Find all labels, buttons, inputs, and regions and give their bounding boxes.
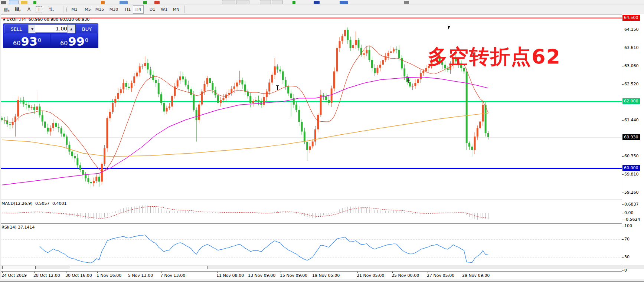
time-tick	[217, 272, 218, 273]
timeframe-button-mn[interactable]: MN	[171, 5, 182, 14]
axis-tick	[622, 193, 624, 193]
price-axis-badge: 64.500	[622, 15, 640, 21]
rsi-axis-label: 70	[624, 237, 630, 242]
time-label: 27 Nov 05:00	[427, 273, 454, 278]
toolbar-icon-fragment[interactable]	[292, 1, 295, 4]
textbox-icon[interactable]: T	[36, 6, 42, 13]
arrange-icon[interactable]: ⇅▾	[48, 6, 55, 13]
time-tick	[97, 272, 98, 273]
price-axis[interactable]: 64.15063.61063.06062.52061.44060.35059.8…	[622, 14, 644, 272]
time-label: 1 Nov 16:00	[97, 273, 121, 278]
timeframe-button-h4[interactable]: H4	[133, 5, 144, 14]
one-click-trading-panel: SELL ▼ 1.00 ▲ BUY 60 93 0 60 99 0	[3, 23, 98, 48]
time-label: 29 Nov 09:00	[462, 273, 490, 278]
buy-button[interactable]: BUY	[76, 24, 98, 33]
sell-price[interactable]: 60 93 0	[4, 34, 50, 48]
timeframe-button-m30[interactable]: M30	[108, 5, 119, 14]
rsi-pane[interactable]	[0, 224, 622, 271]
macd-label: MACD(12,26,9) -0.5057 -0.4001	[1, 201, 66, 206]
price-axis-label: 59.810	[624, 172, 639, 177]
time-tick	[161, 272, 161, 273]
toolbar-icon-fragment[interactable]	[120, 1, 128, 4]
time-axis[interactable]: 24 Oct 201928 Oct 12:0030 Oct 16:001 Nov…	[0, 272, 622, 279]
volume-increase-button[interactable]: ▲	[67, 24, 75, 33]
toolbar-icon-fragment[interactable]	[340, 1, 348, 4]
toolbar-separator	[184, 6, 185, 13]
toolbar-icon-fragment[interactable]	[101, 1, 105, 4]
toolbar-icon-fragment[interactable]	[272, 0, 283, 4]
timeframe-button-w1[interactable]: W1	[159, 5, 170, 14]
toolbar-icon-fragment[interactable]	[222, 0, 235, 4]
rsi-axis-label: 30	[624, 255, 630, 259]
axis-tick	[622, 220, 624, 220]
time-label: 24 Oct 2019	[1, 273, 27, 278]
toolbar-icon-fragment[interactable]	[1, 1, 6, 4]
axis-tick	[622, 84, 624, 85]
time-tick	[463, 272, 463, 273]
grid-icon[interactable]: ⿙F	[14, 6, 22, 13]
toolbar-icon-fragment[interactable]	[21, 1, 27, 4]
price-axis-label: 60.350	[624, 154, 639, 158]
axis-tick	[622, 270, 624, 271]
window-left-edge	[0, 14, 0, 279]
axis-tick	[622, 213, 624, 213]
price-axis-label: 59.260	[624, 190, 639, 195]
time-label: 28 Oct 12:00	[33, 273, 60, 278]
text-icon[interactable]: A	[25, 6, 33, 13]
time-label: 5 Nov 13:00	[128, 273, 153, 278]
styles-icon[interactable]: ▨E	[3, 6, 10, 13]
axis-tick	[622, 204, 624, 205]
price-axis-badge: 62.000	[622, 98, 640, 104]
bottom-tab-strip[interactable]	[0, 265, 644, 269]
macd-pane[interactable]	[0, 200, 622, 223]
toolbar-icon-fragment[interactable]	[260, 0, 271, 4]
pane-top-border	[0, 14, 622, 14]
axis-tick	[622, 257, 624, 258]
time-tick	[66, 272, 66, 273]
axis-tick	[622, 120, 624, 121]
collapse-arrow-icon[interactable]: ▲	[3, 17, 5, 21]
axis-tick	[622, 30, 624, 30]
time-tick	[281, 272, 281, 273]
time-label: 30 Oct 16:00	[65, 273, 92, 278]
axis-tick	[622, 226, 624, 226]
axis-tick	[622, 174, 624, 175]
time-label: 21 Nov 05:00	[357, 273, 384, 278]
chart-title: ▲ UKOil-,H4 60.960 60.980 60.820 60.930	[3, 17, 89, 22]
toolbar-icon-fragment[interactable]	[33, 1, 36, 4]
toolbar-icon-fragment[interactable]	[143, 1, 147, 4]
toolbar-icon-fragment[interactable]	[154, 1, 160, 4]
axis-tick	[622, 239, 624, 240]
chinese-annotation: 多空转折点62	[428, 47, 561, 67]
timeframe-button-d1[interactable]: D1	[147, 5, 158, 14]
toolbar-drag-handle[interactable]	[66, 6, 67, 13]
price-axis-badge: 60.000	[622, 165, 640, 171]
macd-axis-label: -0.5624	[624, 217, 640, 222]
price-axis-label: 63.610	[624, 45, 639, 50]
time-label: 13 Nov 09:00	[248, 273, 275, 278]
timeframe-button-m15[interactable]: M15	[94, 5, 105, 14]
time-tick	[392, 272, 393, 273]
chart-window[interactable]: 24 Oct 201928 Oct 12:0030 Oct 16:001 Nov…	[0, 14, 644, 279]
chart-tab[interactable]	[70, 266, 208, 269]
axis-tick	[622, 48, 624, 48]
time-label: 15 Nov 09:00	[280, 273, 307, 278]
macd-axis-label: 0.6837	[624, 202, 639, 207]
sell-button[interactable]: SELL	[4, 24, 29, 33]
buy-price[interactable]: 60 99 0	[51, 34, 97, 48]
price-axis-label: 61.440	[624, 118, 639, 122]
price-axis-badge: 60.930	[622, 134, 640, 140]
time-tick	[129, 272, 129, 273]
timeframe-button-h1[interactable]: H1	[122, 5, 133, 14]
toolbar-icon-fragment[interactable]	[9, 0, 19, 4]
rsi-axis-label: 100	[624, 223, 632, 228]
chart-tab[interactable]	[2, 266, 36, 269]
timeframe-button-m1[interactable]: M1	[69, 5, 80, 14]
toolbar-icon-fragment[interactable]	[236, 0, 249, 4]
timeframe-button-m5[interactable]: M5	[82, 5, 93, 14]
toolbar-icon-fragment[interactable]	[314, 1, 320, 4]
volume-input[interactable]: 1.00	[35, 24, 70, 33]
price-axis-label: 63.060	[624, 63, 639, 68]
toolbar-icon-fragment[interactable]	[404, 1, 409, 4]
time-label: 11 Nov 08:00	[216, 273, 244, 278]
